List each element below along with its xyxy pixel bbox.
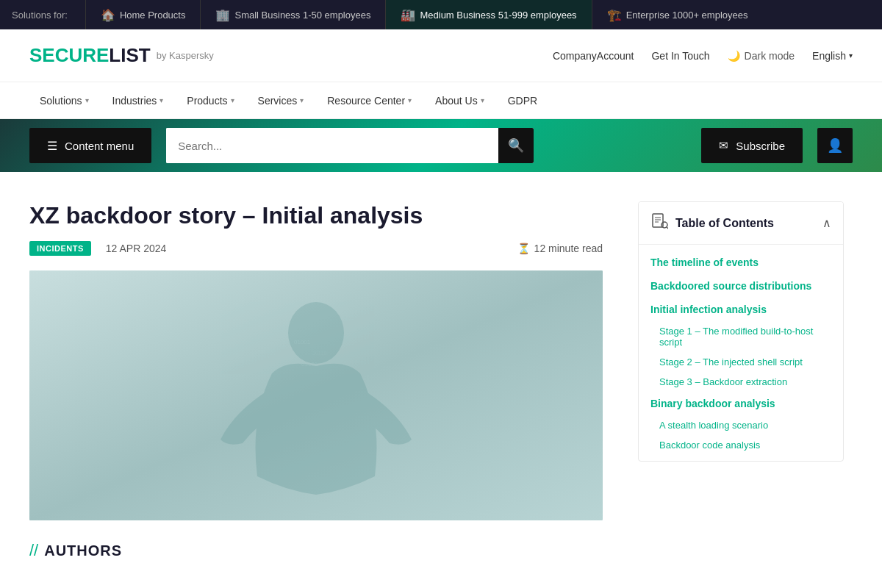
nav-services[interactable]: Services ▾ (248, 82, 315, 119)
search-input[interactable] (166, 128, 498, 163)
medium-business-label: Medium Business 51-999 employees (420, 10, 576, 21)
toc-container: Table of Contents ∧ The timeline of even… (638, 201, 844, 462)
company-account-link[interactable]: CompanyAccount (553, 50, 634, 62)
search-icon: 🔍 (508, 137, 524, 154)
hamburger-icon: ☰ (47, 139, 57, 153)
logo-text: SECURELIST (29, 44, 151, 67)
medium-biz-icon: 🏭 (401, 8, 415, 22)
header: SECURELIST by Kaspersky CompanyAccount G… (0, 29, 882, 82)
content-menu-button[interactable]: ☰ Content menu (29, 128, 151, 163)
nav-gdpr[interactable]: GDPR (498, 82, 548, 119)
content-toolbar: ☰ Content menu 🔍 ✉ Subscribe 👤 (0, 119, 882, 172)
resource-chevron-icon: ▾ (408, 96, 412, 104)
top-bar-small-business[interactable]: 🏢 Small Business 1-50 employees (200, 0, 385, 29)
article-image-placeholder: 01001 10110 01101 (29, 270, 603, 520)
nav-resource-center[interactable]: Resource Center ▾ (317, 82, 422, 119)
search-button[interactable]: 🔍 (498, 128, 534, 163)
article-date: 12 APR 2024 (106, 243, 167, 254)
home-icon: 🏠 (101, 8, 115, 22)
hourglass-icon: ⏳ (517, 243, 530, 254)
logo-list-part: LIST (109, 44, 150, 66)
toc-item-backdoor-code[interactable]: Backdoor code analysis (639, 435, 843, 455)
subscribe-label: Subscribe (736, 140, 785, 152)
lang-label: English (812, 50, 846, 62)
read-time-label: 12 minute read (534, 243, 603, 254)
article-main: XZ backdoor story – Initial analysis INC… (29, 201, 603, 560)
article-layout: XZ backdoor story – Initial analysis INC… (0, 172, 882, 588)
article-image: 01001 10110 01101 (29, 270, 603, 520)
logo-secure-part: SECURE (29, 44, 109, 66)
toc-item-binary-backdoor[interactable]: Binary backdoor analysis (639, 392, 843, 415)
top-bar-links: 🏠 Home Products 🏢 Small Business 1-50 em… (85, 0, 763, 29)
authors-section: // AUTHORS (29, 541, 603, 560)
main-nav: Solutions ▾ Industries ▾ Products ▾ Serv… (0, 82, 882, 119)
top-bar-home-products[interactable]: 🏠 Home Products (85, 0, 201, 29)
svg-text:10110: 10110 (312, 351, 327, 356)
small-biz-icon: 🏢 (215, 8, 230, 22)
header-nav: CompanyAccount Get In Touch 🌙 Dark mode … (553, 50, 853, 62)
article-illustration: 01001 10110 01101 (29, 270, 603, 520)
svg-line-10 (667, 227, 668, 229)
nav-about-us[interactable]: About Us ▾ (425, 82, 495, 119)
authors-slash-icon: // (29, 541, 38, 560)
enterprise-label: Enterprise 1000+ employees (626, 10, 748, 21)
products-chevron-icon: ▾ (231, 96, 234, 104)
article-meta: INCIDENTS 12 APR 2024 ⏳ 12 minute read (29, 241, 603, 256)
chevron-up-icon: ∧ (822, 217, 831, 229)
read-time: ⏳ 12 minute read (517, 243, 603, 254)
toc-items: The timeline of events Backdoored source… (639, 245, 843, 461)
toc-title: Table of Contents (675, 217, 774, 230)
nav-industries[interactable]: Industries ▾ (102, 82, 174, 119)
home-products-label: Home Products (120, 10, 186, 21)
article-title: XZ backdoor story – Initial analysis (29, 201, 603, 229)
toc-header-left: Table of Contents (650, 212, 774, 234)
toc-item-backdoored[interactable]: Backdoored source distributions (639, 274, 843, 298)
top-bar-enterprise[interactable]: 🏗️ Enterprise 1000+ employees (592, 0, 763, 29)
toc-item-stage3[interactable]: Stage 3 – Backdoor extraction (639, 372, 843, 392)
toc-header: Table of Contents ∧ (639, 202, 843, 245)
moon-icon: 🌙 (728, 50, 740, 62)
subscribe-button[interactable]: ✉ Subscribe (701, 128, 803, 163)
nav-solutions[interactable]: Solutions ▾ (29, 82, 99, 119)
services-chevron-icon: ▾ (300, 96, 304, 104)
dark-mode-label: Dark mode (745, 50, 795, 62)
content-menu-label: Content menu (65, 140, 134, 152)
small-business-label: Small Business 1-50 employees (234, 10, 370, 21)
toc-item-initial-infection[interactable]: Initial infection analysis (639, 298, 843, 321)
solutions-chevron-icon: ▾ (85, 96, 89, 104)
lang-chevron-icon: ▾ (849, 51, 853, 60)
top-bar: Solutions for: 🏠 Home Products 🏢 Small B… (0, 0, 882, 29)
logo[interactable]: SECURELIST by Kaspersky (29, 44, 214, 67)
article-sidebar: Table of Contents ∧ The timeline of even… (638, 201, 844, 560)
enterprise-icon: 🏗️ (607, 8, 622, 22)
solutions-label: Solutions for: (12, 10, 68, 21)
get-in-touch-link[interactable]: Get In Touch (651, 50, 709, 62)
logo-kaspersky: by Kaspersky (157, 50, 214, 61)
toc-item-stealth[interactable]: A stealth loading scenario (639, 415, 843, 435)
toc-document-icon (650, 212, 668, 234)
toc-item-stage2[interactable]: Stage 2 – The injected shell script (639, 352, 843, 372)
article-tag[interactable]: INCIDENTS (29, 241, 91, 256)
mail-icon: ✉ (719, 139, 728, 152)
industries-chevron-icon: ▾ (159, 96, 163, 104)
toc-collapse-button[interactable]: ∧ (822, 216, 831, 230)
svg-text:01001: 01001 (294, 339, 311, 345)
search-container: 🔍 (166, 128, 534, 163)
user-account-button[interactable]: 👤 (817, 128, 853, 163)
authors-label: AUTHORS (44, 542, 122, 559)
svg-text:01101: 01101 (301, 361, 318, 368)
nav-products[interactable]: Products ▾ (176, 82, 244, 119)
user-icon: 👤 (827, 137, 843, 154)
toc-item-timeline[interactable]: The timeline of events (639, 251, 843, 274)
top-bar-medium-business[interactable]: 🏭 Medium Business 51-999 employees (385, 0, 591, 29)
dark-mode-button[interactable]: 🌙 Dark mode (728, 50, 795, 62)
svg-point-9 (662, 222, 667, 228)
toc-item-stage1[interactable]: Stage 1 – The modified build-to-host scr… (639, 321, 843, 352)
about-chevron-icon: ▾ (481, 96, 484, 104)
language-selector[interactable]: English ▾ (812, 50, 853, 62)
